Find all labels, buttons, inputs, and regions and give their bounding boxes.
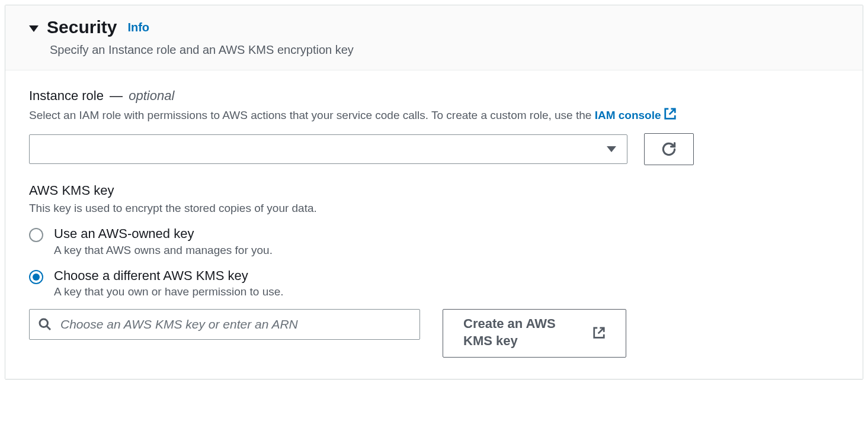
instance-role-label: Instance role xyxy=(29,88,104,103)
info-link[interactable]: Info xyxy=(127,21,149,34)
radio-aws-owned-key[interactable]: Use an AWS-owned key A key that AWS owns… xyxy=(29,226,839,257)
radio-desc: A key that AWS owns and manages for you. xyxy=(54,244,273,257)
radio-choose-different-key[interactable]: Choose a different AWS KMS key A key tha… xyxy=(29,268,839,299)
radio-icon xyxy=(29,228,43,242)
kms-search-box[interactable] xyxy=(29,309,420,340)
refresh-icon xyxy=(661,141,677,157)
security-panel: Security Info Specify an Instance role a… xyxy=(5,5,863,379)
caret-down-icon[interactable] xyxy=(29,25,39,32)
kms-radio-group: Use an AWS-owned key A key that AWS owns… xyxy=(29,226,839,298)
panel-title-row: Security Info xyxy=(29,17,839,37)
chevron-down-icon xyxy=(607,146,616,152)
search-icon xyxy=(38,317,52,332)
kms-input-row: Create an AWS KMS key xyxy=(29,309,839,357)
create-kms-key-button[interactable]: Create an AWS KMS key xyxy=(443,309,626,357)
optional-text: optional xyxy=(129,88,174,103)
external-link-icon xyxy=(664,107,677,120)
instance-role-description: Select an IAM role with permissions to A… xyxy=(29,107,839,124)
instance-role-select[interactable] xyxy=(29,134,627,164)
panel-body: Instance role — optional Select an IAM r… xyxy=(5,70,863,379)
panel-title: Security xyxy=(47,17,117,37)
radio-desc: A key that you own or have permission to… xyxy=(54,285,284,298)
svg-point-0 xyxy=(40,319,48,327)
refresh-button[interactable] xyxy=(644,133,694,165)
radio-text: Choose a different AWS KMS key A key tha… xyxy=(54,268,284,299)
radio-title: Choose a different AWS KMS key xyxy=(54,268,284,285)
iam-console-link[interactable]: IAM console xyxy=(595,109,677,121)
kms-key-field: AWS KMS key This key is used to encrypt … xyxy=(29,183,839,358)
panel-subtitle: Specify an Instance role and an AWS KMS … xyxy=(50,43,839,57)
instance-role-field: Instance role — optional Select an IAM r… xyxy=(29,88,839,165)
kms-search-input[interactable] xyxy=(59,317,411,332)
external-link-icon xyxy=(592,326,606,339)
radio-title: Use an AWS-owned key xyxy=(54,226,273,243)
panel-header: Security Info Specify an Instance role a… xyxy=(5,5,863,70)
kms-label: AWS KMS key xyxy=(29,183,839,198)
kms-description: This key is used to encrypt the stored c… xyxy=(29,201,839,217)
instance-role-select-row xyxy=(29,133,839,165)
iam-console-link-text: IAM console xyxy=(595,109,661,121)
dash: — xyxy=(110,88,123,103)
radio-text: Use an AWS-owned key A key that AWS owns… xyxy=(54,226,273,257)
create-kms-key-label: Create an AWS KMS key xyxy=(463,316,588,349)
radio-icon-selected xyxy=(29,270,43,284)
instance-role-label-row: Instance role — optional xyxy=(29,88,839,104)
instance-role-desc-text: Select an IAM role with permissions to A… xyxy=(29,109,595,121)
